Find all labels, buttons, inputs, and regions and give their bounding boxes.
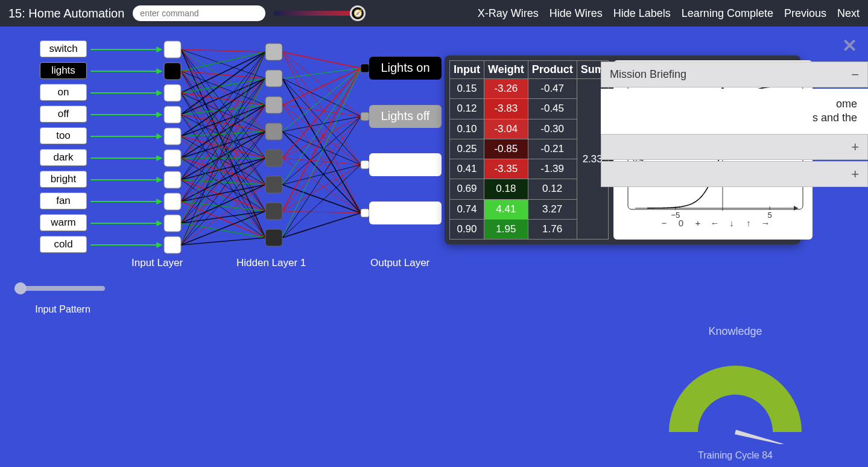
plus-icon[interactable]: + <box>851 167 859 182</box>
close-icon[interactable]: ✕ <box>842 35 857 56</box>
input-neuron[interactable] <box>164 150 181 167</box>
hidden-neuron[interactable] <box>265 150 282 167</box>
output-label[interactable] <box>369 202 442 224</box>
nav-hide-labels[interactable]: Hide Labels <box>613 7 671 20</box>
mission-briefing-body: ome s and the <box>601 89 868 134</box>
accordion-title: Mission Briefing <box>610 68 686 80</box>
input-word-warm[interactable]: warm <box>40 214 87 231</box>
svg-line-104 <box>282 68 361 211</box>
svg-line-74 <box>181 105 265 245</box>
output-neuron[interactable] <box>361 209 369 217</box>
input-neuron[interactable] <box>164 237 181 253</box>
nav-learning-complete[interactable]: Learning Complete <box>682 7 773 20</box>
learning-gradient-bar[interactable]: 🧭 <box>274 11 358 16</box>
slider-thumb[interactable] <box>14 282 27 294</box>
page-title: 15: Home Automation <box>8 7 124 21</box>
svg-line-88 <box>282 68 361 105</box>
label-hidden-layer: Hidden Layer 1 <box>236 257 306 269</box>
hidden-neuron[interactable] <box>265 43 282 60</box>
output-neuron[interactable] <box>361 64 369 72</box>
input-word-bright[interactable]: bright <box>40 171 87 188</box>
accordion-mission-briefing[interactable]: Mission Briefing − <box>601 62 868 87</box>
svg-line-93 <box>282 116 361 132</box>
gauge-icon[interactable]: 🧭 <box>350 5 366 21</box>
hidden-neuron[interactable] <box>265 70 282 87</box>
input-neuron[interactable] <box>164 63 181 80</box>
input-neuron[interactable] <box>164 171 181 188</box>
output-neuron[interactable] <box>361 112 369 121</box>
col-input: Input <box>450 61 484 79</box>
table-row: 0.15-3.26-0.472.33 <box>450 79 609 99</box>
weight-table: Input Weight Product Sum 0.15-3.26-0.472… <box>449 60 609 240</box>
label-input-layer: Input Layer <box>131 257 183 269</box>
svg-line-111 <box>282 213 361 238</box>
input-neuron[interactable] <box>164 41 181 58</box>
input-word-lights[interactable]: lights <box>40 62 87 79</box>
svg-line-32 <box>181 52 265 136</box>
input-word-off[interactable]: off <box>40 106 87 122</box>
svg-line-95 <box>282 132 361 213</box>
svg-line-87 <box>282 78 361 213</box>
svg-line-82 <box>282 52 361 165</box>
slider-label: Input Pattern <box>14 304 111 315</box>
output-label[interactable]: Lights off <box>369 105 442 128</box>
input-neuron[interactable] <box>164 106 181 123</box>
input-word-too[interactable]: too <box>40 127 87 144</box>
accordion-item-2[interactable]: + <box>601 134 868 160</box>
hidden-neuron[interactable] <box>265 123 282 140</box>
svg-line-80 <box>282 52 361 68</box>
output-neuron[interactable] <box>361 160 369 169</box>
input-neuron[interactable] <box>164 193 181 210</box>
command-input[interactable] <box>133 5 265 21</box>
output-label[interactable]: Lights on <box>369 57 442 80</box>
hidden-neuron[interactable] <box>265 229 282 246</box>
nav-hide-wires[interactable]: Hide Wires <box>550 7 603 20</box>
svg-line-0 <box>181 49 265 52</box>
accordion-item-3[interactable]: + <box>601 161 868 187</box>
nav-xray-wires[interactable]: X-Ray Wires <box>478 7 539 20</box>
input-word-cold[interactable]: cold <box>40 236 87 253</box>
minus-icon[interactable]: − <box>851 67 859 83</box>
input-word-dark[interactable]: dark <box>40 149 87 166</box>
svg-line-96 <box>282 68 361 158</box>
output-label[interactable] <box>369 153 442 176</box>
input-word-fan[interactable]: fan <box>40 192 87 209</box>
col-product: Product <box>528 61 577 79</box>
svg-line-99 <box>282 158 361 213</box>
hidden-neuron[interactable] <box>265 203 282 220</box>
col-weight: Weight <box>484 61 528 79</box>
knowledge-gauge <box>657 342 814 444</box>
input-pattern-slider[interactable] <box>14 286 105 291</box>
nav-previous[interactable]: Previous <box>784 7 826 20</box>
input-neuron[interactable] <box>164 215 181 232</box>
nav-next[interactable]: Next <box>837 7 860 20</box>
label-output-layer: Output Layer <box>370 257 429 269</box>
plus-icon[interactable]: + <box>851 139 859 155</box>
hidden-neuron[interactable] <box>265 176 282 193</box>
gauge-caption: Training Cycle 84 <box>615 450 856 461</box>
input-word-switch[interactable]: switch <box>40 40 87 57</box>
svg-line-79 <box>181 238 265 245</box>
gauge-title: Knowledge <box>615 325 856 338</box>
hidden-neuron[interactable] <box>265 97 282 113</box>
input-word-on[interactable]: on <box>40 84 87 101</box>
input-neuron[interactable] <box>164 84 181 101</box>
input-neuron[interactable] <box>164 128 181 145</box>
